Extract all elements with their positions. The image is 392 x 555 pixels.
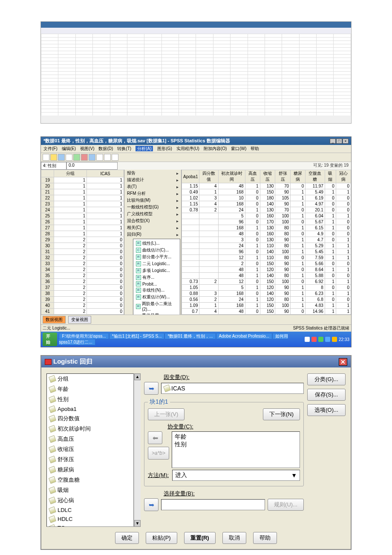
menu-item[interactable]: 数据(D): [98, 146, 113, 151]
variable-item[interactable]: 分组: [47, 374, 133, 384]
analyze-menu-item[interactable]: 描述统计▸: [124, 176, 181, 183]
covariate-item[interactable]: 性别: [175, 441, 297, 448]
analyze-menu-item[interactable]: 相关(C)▸: [124, 224, 181, 231]
toolbar[interactable]: [41, 153, 351, 162]
covariate-item[interactable]: 年龄: [175, 433, 297, 441]
menu-item[interactable]: 文件(F): [43, 146, 58, 151]
taskbar-item[interactable]: *数据01 最终，性别，...: [164, 333, 216, 339]
menu-item[interactable]: 附加内容(O): [204, 146, 227, 151]
menu-bar[interactable]: 文件(F)编辑(E)视图(V)数据(D)转换(T)分析(A)图形(G)实用程序(…: [41, 145, 351, 153]
side-button[interactable]: 保存(S)...: [307, 389, 346, 401]
start-button[interactable]: 开始: [43, 332, 57, 346]
menu-item[interactable]: 视图(V): [80, 146, 94, 151]
variable-item[interactable]: 初次就诊时间: [47, 424, 133, 434]
dialog-button[interactable]: 确定: [115, 532, 139, 544]
variable-item[interactable]: 性别: [47, 394, 133, 405]
menu-item[interactable]: 分析(A): [135, 146, 153, 151]
variable-item[interactable]: 糖尿病: [47, 465, 133, 475]
regression-subitem[interactable]: R多项 Logistic...: [134, 267, 179, 274]
varlist-scrollbar[interactable]: ▲▼: [134, 373, 141, 527]
cell-value[interactable]: 0.0: [66, 162, 118, 170]
dialog-button[interactable]: 重置(R): [184, 532, 216, 544]
variable-list[interactable]: 分组年龄性别Apoba1四分数值初次就诊时间高血压收缩压舒张压糖尿病空腹血糖吸烟…: [46, 373, 134, 527]
taskbar-item[interactable]: Adobe Acrobat Professio...: [216, 333, 272, 339]
taskbar-item[interactable]: *输出1 [文档1] - SPSS S...: [109, 333, 165, 339]
regression-subitem[interactable]: R有序...: [134, 274, 179, 281]
menu-item[interactable]: 转换(T): [117, 146, 131, 151]
analyze-menu-item[interactable]: 表(T)▸: [124, 183, 181, 190]
bottom-tabs[interactable]: 数据视图 变量视图: [41, 315, 351, 324]
dialog-button[interactable]: 帮助: [253, 532, 277, 544]
variable-item[interactable]: 四分数值: [47, 413, 133, 424]
variable-item[interactable]: 高血压: [47, 434, 133, 444]
taskbar[interactable]: 开始 F:\软件使用方法\spss...*输出1 [文档1] - SPSS S.…: [41, 332, 351, 347]
taskbar-item[interactable]: F:\软件使用方法\spss...: [59, 333, 109, 339]
analyze-dropdown[interactable]: 报告▸描述统计▸表(T)▸RFM 分析▸比较均值(M)▸一般线性模型(G)▸广义…: [124, 170, 182, 315]
close-icon[interactable]: ✕: [339, 358, 347, 366]
regression-subitem[interactable]: R二元 Logistic...: [134, 260, 179, 267]
rule-button[interactable]: 规则(U)...: [268, 499, 304, 511]
menu-item[interactable]: 图形(G): [157, 146, 172, 151]
menu-item[interactable]: 实用程序(U): [176, 146, 199, 151]
side-button[interactable]: 分类(G)...: [307, 373, 346, 385]
logistic-regression-dialog: Logistic 回归 ✕ 分组年龄性别Apoba1四分数值初次就诊时间高血压收…: [40, 355, 352, 550]
analyze-menu-item[interactable]: 回归(R)▸: [124, 231, 181, 238]
move-to-dependent-button[interactable]: ➥: [144, 382, 159, 395]
window-buttons[interactable]: _□×: [329, 138, 349, 144]
regression-subitem[interactable]: R部分最小平方...: [134, 254, 179, 260]
variable-item[interactable]: 吸烟: [47, 485, 133, 495]
variable-item[interactable]: 年龄: [47, 384, 133, 394]
ruler-icon: [49, 486, 56, 494]
covariates-list[interactable]: 年龄性别: [172, 431, 300, 468]
right-grid[interactable]: Apoba1四分数值初次就诊时间高血压收缩压舒张压糖尿病空腹血糖吸烟冠心病1.1…: [182, 170, 351, 315]
regression-subitem[interactable]: 最佳尺度(CATREG)...: [134, 312, 179, 315]
side-button[interactable]: 选项(O)...: [307, 404, 346, 416]
variable-item[interactable]: HDLC: [47, 515, 133, 523]
interaction-button[interactable]: >a*b>: [148, 447, 169, 460]
tray: 22:33: [305, 337, 349, 342]
ruler-icon: [49, 415, 56, 422]
regression-subitem[interactable]: RProbit...: [134, 281, 179, 287]
variable-item[interactable]: 舒张压: [47, 454, 133, 465]
variable-item[interactable]: LDLC: [47, 506, 133, 515]
tab-var-view[interactable]: 变量视图: [68, 316, 91, 324]
method-select[interactable]: 进入▼: [172, 470, 300, 481]
move-to-selection-button[interactable]: ➥: [144, 498, 159, 511]
ruler-icon: [49, 405, 56, 413]
regression-subitem[interactable]: R两阶最小二乘法(2)...: [134, 301, 179, 312]
dependent-field[interactable]: ICAS: [161, 383, 304, 394]
analyze-menu-item[interactable]: 混合模型(X)▸: [124, 217, 181, 224]
menu-item[interactable]: 窗口(W): [231, 146, 246, 151]
window-titlebar: *数据01 最终，性别，高血压，糖尿病，吸烟.sav [数据集1] - SPSS…: [41, 137, 351, 145]
variable-item[interactable]: 收缩压: [47, 444, 133, 454]
regression-subitem[interactable]: R权重估计(W)...: [134, 294, 179, 301]
dialog-button[interactable]: 粘贴(P): [146, 532, 177, 544]
move-to-covariates-button[interactable]: ⬅: [148, 431, 162, 444]
analyze-menu-item[interactable]: 广义线性模型▸: [124, 211, 181, 217]
visible-vars-note: 可见: 19 变量的 19: [311, 162, 351, 170]
regression-subitem[interactable]: C曲线估计(C)...: [134, 247, 179, 254]
spss-data-editor: *数据01 最终，性别，高血压，糖尿病，吸烟.sav [数据集1] - SPSS…: [40, 136, 352, 347]
regression-subitem[interactable]: R线性(L)...: [134, 240, 179, 247]
regression-subitem[interactable]: R非线性(N)...: [134, 287, 179, 294]
variable-item[interactable]: 空腹血糖: [47, 475, 133, 485]
variable-item[interactable]: TG: [47, 523, 133, 527]
dialog-button[interactable]: 取消: [222, 532, 246, 544]
next-block-button[interactable]: 下一张(N): [263, 408, 300, 420]
menu-item[interactable]: 帮助: [251, 146, 259, 151]
dialog-bottom-buttons: 确定粘贴(P)重置(R)取消帮助: [41, 530, 351, 549]
tab-data-view[interactable]: 数据视图: [43, 316, 66, 324]
analyze-menu-item[interactable]: RFM 分析▸: [124, 190, 181, 197]
left-grid[interactable]: 分组ICAS1911201121112211231124112511261127…: [41, 170, 124, 315]
variable-item[interactable]: 冠心病: [47, 495, 133, 506]
analyze-menu-item[interactable]: 报告▸: [124, 170, 181, 176]
selection-field[interactable]: [161, 499, 265, 510]
analyze-menu-item[interactable]: 一般线性模型(G)▸: [124, 204, 181, 211]
side-buttons: 分类(G)...保存(S)...选项(O)...: [307, 373, 346, 527]
menu-item[interactable]: 编辑(E): [62, 146, 76, 151]
variable-item[interactable]: Apoba1: [47, 405, 133, 413]
analyze-menu-item[interactable]: 比较均值(M)▸: [124, 197, 181, 204]
prev-block-button[interactable]: 上一张(V): [148, 408, 184, 420]
ruler-icon: [49, 385, 56, 393]
ruler-icon: [49, 396, 56, 403]
